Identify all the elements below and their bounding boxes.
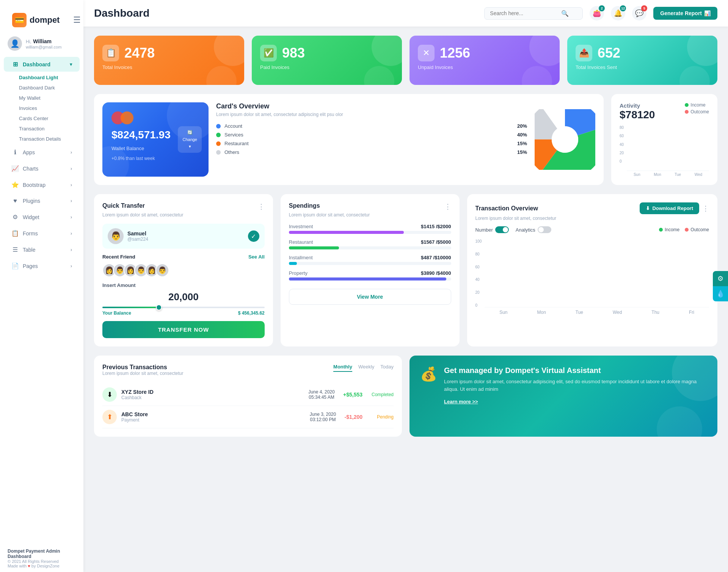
contact-avatar: 👨 bbox=[108, 228, 124, 244]
restaurant-pct: 15% bbox=[517, 141, 527, 146]
transfer-now-button[interactable]: TRANSFER NOW bbox=[102, 321, 265, 338]
overview-item: Account 20% bbox=[216, 123, 527, 129]
overview-right: Card's Overview Lorem ipsum dolor sit am… bbox=[216, 102, 527, 177]
chevron-right-icon: › bbox=[71, 231, 72, 236]
sidebar-item-widget[interactable]: ⚙ Widget › bbox=[4, 210, 80, 224]
wallet-icon-btn[interactable]: 👛 2 bbox=[590, 6, 604, 20]
sidebar-item-label: Widget bbox=[23, 214, 39, 220]
spending-amount: $487 /$10000 bbox=[421, 255, 451, 260]
sidebar-subitem-transaction[interactable]: Transaction bbox=[0, 124, 83, 134]
overview-item: Restaurant 15% bbox=[216, 141, 527, 146]
theme-side-btn[interactable]: 💧 bbox=[713, 286, 728, 301]
transfer-amount: 20,000 bbox=[102, 291, 265, 303]
more-options-icon[interactable]: ⋮ bbox=[444, 202, 451, 211]
tx-name: XYZ Store ID bbox=[121, 389, 300, 395]
transaction-tabs: Monthly Weekly Today bbox=[333, 364, 394, 372]
spending-bar bbox=[289, 231, 404, 234]
more-options-icon[interactable]: ⋮ bbox=[702, 204, 709, 213]
tab-monthly[interactable]: Monthly bbox=[333, 364, 352, 372]
sidebar-item-apps[interactable]: ℹ Apps › bbox=[4, 145, 80, 160]
outcome-label: Outcome bbox=[690, 109, 709, 114]
spending-amount: $3890 /$4000 bbox=[421, 270, 451, 276]
contact-card: 👨 Samuel @sam224 ✓ bbox=[102, 224, 265, 249]
tx-amount: -$1,200 bbox=[345, 414, 362, 420]
friends-avatars: 👩 👨 👩 👨 👩 👨 bbox=[102, 263, 265, 277]
sidebar-item-table[interactable]: ☰ Table › bbox=[4, 242, 80, 257]
sidebar-item-plugins[interactable]: ♥ Plugins › bbox=[4, 194, 80, 208]
charts-icon: 📈 bbox=[11, 165, 19, 172]
contact-name: Samuel bbox=[127, 230, 148, 237]
messages-btn[interactable]: 💬 5 bbox=[632, 6, 646, 20]
side-buttons: ⚙ 💧 bbox=[713, 271, 728, 301]
sidebar-subitem-invoices[interactable]: Invoices bbox=[0, 103, 83, 113]
services-label: Services bbox=[224, 132, 513, 138]
spendings-card: Spendings ⋮ Lorem ipsum dolor sit amet, … bbox=[281, 194, 460, 346]
overview-title: Card's Overview bbox=[216, 102, 527, 110]
quick-transfer-subtitle: Lorem ipsum dolor sit amet, consectetur bbox=[102, 212, 265, 218]
search-icon: 🔍 bbox=[561, 10, 569, 17]
account-pct: 20% bbox=[517, 123, 527, 129]
transaction-overview-card: Transaction Overview ⬇ Download Report ⋮… bbox=[467, 194, 717, 346]
sidebar-item-forms[interactable]: 📋 Forms › bbox=[4, 226, 80, 241]
amount-slider[interactable] bbox=[102, 307, 265, 308]
chevron-right-icon: › bbox=[71, 247, 72, 252]
logo: 💳 dompet bbox=[5, 6, 67, 31]
sidebar-subitem-my-wallet[interactable]: My Wallet bbox=[0, 93, 83, 103]
change-label: Change bbox=[182, 137, 197, 142]
va-learn-more-link[interactable]: Learn more >> bbox=[444, 399, 478, 404]
unpaid-invoices-number: 1256 bbox=[440, 45, 470, 61]
pie-chart bbox=[535, 102, 595, 177]
sidebar-item-label: Table bbox=[23, 247, 35, 253]
sidebar-subitem-dashboard-dark[interactable]: Dashboard Dark bbox=[0, 83, 83, 93]
spending-label: Restaurant bbox=[289, 239, 313, 245]
sidebar-subitem-transaction-details[interactable]: Transaction Details bbox=[0, 134, 83, 144]
sidebar-subitem-cards-center[interactable]: Cards Center bbox=[0, 113, 83, 124]
tab-weekly[interactable]: Weekly bbox=[358, 364, 374, 372]
bottom-row: Quick Transfer ⋮ Lorem ipsum dolor sit a… bbox=[94, 194, 717, 346]
svg-point-4 bbox=[552, 126, 578, 153]
virtual-assistant-card: 💰 Get managed by Dompet's Virtual Assist… bbox=[410, 356, 717, 437]
sidebar-item-label: Pages bbox=[23, 263, 38, 269]
sidebar-item-pages[interactable]: 📄 Pages › bbox=[4, 259, 80, 273]
view-more-button[interactable]: View More bbox=[289, 289, 451, 305]
wallet-change-btn[interactable]: 🔄 Change ▾ bbox=[178, 126, 202, 153]
footer-copy: © 2021 All Rights Reserved bbox=[8, 559, 76, 564]
tx-amount: +$5,553 bbox=[343, 392, 362, 398]
dashboard-icon: ⊞ bbox=[11, 61, 19, 68]
chevron-right-icon: › bbox=[71, 263, 72, 269]
hamburger-btn[interactable]: ☰ bbox=[67, 8, 87, 29]
see-all-link[interactable]: See All bbox=[248, 254, 265, 260]
more-options-icon[interactable]: ⋮ bbox=[258, 202, 265, 211]
settings-side-btn[interactable]: ⚙ bbox=[713, 271, 728, 286]
analytics-toggle[interactable] bbox=[538, 226, 551, 233]
logo-symbol: 💳 bbox=[15, 16, 24, 25]
quick-transfer-title: Quick Transfer bbox=[102, 202, 145, 209]
number-toggle[interactable] bbox=[495, 226, 509, 233]
sidebar-item-bootstrap[interactable]: ⭐ Bootstrap › bbox=[4, 177, 80, 192]
contact-handle: @sam224 bbox=[127, 237, 148, 242]
quick-transfer-card: Quick Transfer ⋮ Lorem ipsum dolor sit a… bbox=[94, 194, 273, 346]
spending-item-installment: Installment $487 /$10000 bbox=[289, 255, 451, 265]
download-report-button[interactable]: ⬇ Download Report bbox=[640, 202, 699, 214]
search-box[interactable]: 🔍 bbox=[484, 7, 583, 20]
sidebar-item-dashboard[interactable]: ⊞ Dashboard ▾ bbox=[4, 57, 80, 72]
virtual-assistant-icon: 💰 bbox=[420, 366, 437, 382]
chevron-right-icon: › bbox=[71, 182, 72, 188]
friend-avatar: 👨 bbox=[155, 263, 169, 277]
outcome-legend: Outcome bbox=[685, 227, 709, 232]
notifications-btn[interactable]: 🔔 12 bbox=[611, 6, 625, 20]
sidebar-subitem-dashboard-light[interactable]: Dashboard Light bbox=[0, 72, 83, 83]
y-axis: 020406080 bbox=[620, 125, 625, 171]
lower-row: Previous Transactions Lorem ipsum dolor … bbox=[94, 356, 717, 437]
sidebar-item-charts[interactable]: 📈 Charts › bbox=[4, 161, 80, 176]
spending-amount: $1567 /$5000 bbox=[421, 239, 451, 245]
search-input[interactable] bbox=[490, 10, 558, 16]
previous-transactions-card: Previous Transactions Lorem ipsum dolor … bbox=[94, 356, 402, 437]
restaurant-dot bbox=[216, 141, 221, 146]
tab-today[interactable]: Today bbox=[380, 364, 394, 372]
sidebar-item-label: Plugins bbox=[23, 198, 40, 204]
chevron-right-icon: › bbox=[71, 166, 72, 171]
generate-report-button[interactable]: Generate Report 📊 bbox=[653, 7, 717, 20]
slider-thumb[interactable] bbox=[156, 304, 162, 310]
spending-item-investment: Investment $1415 /$2000 bbox=[289, 224, 451, 234]
